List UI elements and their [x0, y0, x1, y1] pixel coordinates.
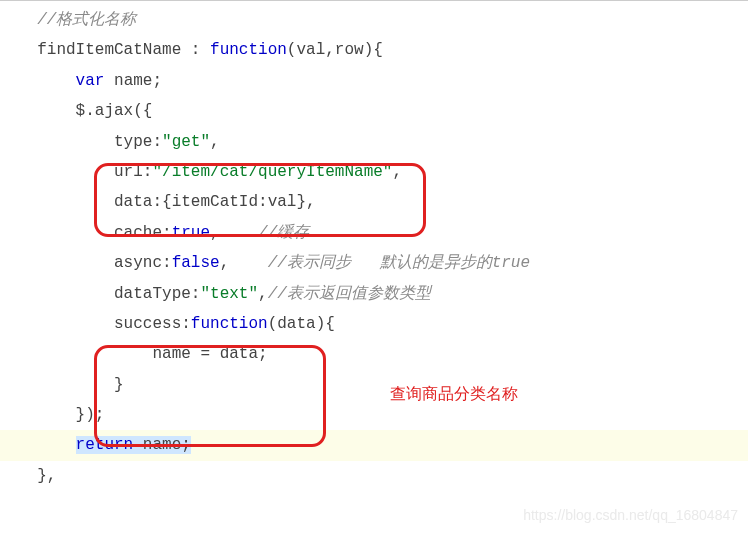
ident: url: [114, 163, 152, 181]
bool: false [172, 254, 220, 272]
code-line: type:"get", [0, 127, 748, 157]
punct: , [220, 254, 230, 272]
punct: , [392, 163, 402, 181]
comment-text: //缓存 [258, 224, 309, 242]
keyword: return [76, 436, 134, 454]
ident: name = data; [152, 345, 267, 363]
ident: cache: [114, 224, 172, 242]
code-line: findItemCatName : function(val,row){ [0, 35, 748, 65]
comment-text: //表示同步 默认的是异步的true [268, 254, 530, 272]
keyword: function [191, 315, 268, 333]
punct: (val,row){ [287, 41, 383, 59]
punct: }, [37, 467, 56, 485]
code-line: success:function(data){ [0, 309, 748, 339]
ident: data:{itemCatId:val}, [114, 193, 316, 211]
bool: true [172, 224, 210, 242]
code-line: url:"/item/cat/queryItemName", [0, 157, 748, 187]
string: "/item/cat/queryItemName" [152, 163, 392, 181]
string: "get" [162, 133, 210, 151]
ident: findItemCatName [37, 41, 181, 59]
keyword: function [210, 41, 287, 59]
punct: , [210, 133, 220, 151]
code-line: data:{itemCatId:val}, [0, 187, 748, 217]
punct: } [114, 376, 124, 394]
code-line: return name; [0, 430, 748, 460]
ident: $.ajax({ [76, 102, 153, 120]
watermark-text: https://blog.csdn.net/qq_16804847 [523, 502, 738, 529]
ident: type: [114, 133, 162, 151]
code-line: name = data; [0, 339, 748, 369]
code-line: var name; [0, 66, 748, 96]
code-line: dataType:"text",//表示返回值参数类型 [0, 279, 748, 309]
ident: name; [104, 72, 162, 90]
comment-text: //表示返回值参数类型 [268, 285, 431, 303]
code-line: }); [0, 400, 748, 430]
string: "text" [200, 285, 258, 303]
ident: success: [114, 315, 191, 333]
punct: , [258, 285, 268, 303]
ident: dataType: [114, 285, 200, 303]
punct: (data){ [268, 315, 335, 333]
punct: : [181, 41, 210, 59]
ident: async: [114, 254, 172, 272]
code-line: }, [0, 461, 748, 491]
comment-text: //格式化名称 [37, 11, 136, 29]
code-line: cache:true, //缓存 [0, 218, 748, 248]
punct: , [210, 224, 220, 242]
keyword: var [76, 72, 105, 90]
code-line: } [0, 370, 748, 400]
code-line: $.ajax({ [0, 96, 748, 126]
punct: }); [76, 406, 105, 424]
code-line: //格式化名称 [0, 5, 748, 35]
code-block: //格式化名称 findItemCatName : function(val,r… [0, 0, 748, 491]
code-line: async:false, //表示同步 默认的是异步的true [0, 248, 748, 278]
ident: name; [133, 436, 191, 454]
